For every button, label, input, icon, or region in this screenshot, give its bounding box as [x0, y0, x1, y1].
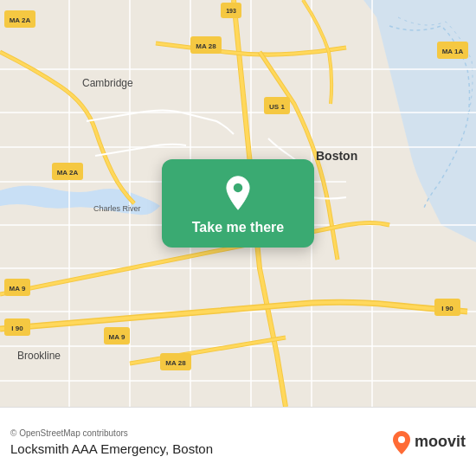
- svg-text:193: 193: [226, 8, 236, 14]
- svg-text:MA 28: MA 28: [165, 359, 186, 367]
- svg-text:I 90: I 90: [11, 325, 23, 332]
- map-container: MA 2A MA 28 US 1 MA 1A MA 2A MA 9 MA 9 I…: [0, 0, 476, 407]
- attribution-text: © OpenStreetMap contributors: [10, 428, 213, 438]
- svg-text:MA 28: MA 28: [196, 42, 216, 50]
- svg-point-39: [398, 436, 405, 443]
- cta-label: Take me there: [192, 220, 284, 235]
- charles-river-label: Charles River: [93, 204, 141, 213]
- svg-text:MA 9: MA 9: [109, 333, 125, 341]
- svg-text:US 1: US 1: [269, 103, 285, 111]
- bottom-left: © OpenStreetMap contributors Locksmith A…: [10, 428, 213, 456]
- brookline-label: Brookline: [17, 350, 61, 362]
- boston-label: Boston: [316, 149, 357, 163]
- location-name: Locksmith AAA Emergency, Boston: [10, 441, 213, 456]
- bottom-bar: © OpenStreetMap contributors Locksmith A…: [0, 407, 476, 476]
- svg-point-38: [234, 183, 243, 193]
- location-pin-icon: [220, 175, 256, 211]
- moovit-logo: moovit: [392, 430, 466, 454]
- moovit-pin-icon: [392, 430, 411, 454]
- svg-text:MA 2A: MA 2A: [57, 169, 79, 177]
- svg-text:I 90: I 90: [441, 305, 453, 312]
- moovit-text: moovit: [415, 433, 466, 451]
- svg-text:MA 1A: MA 1A: [442, 48, 464, 55]
- cambridge-label: Cambridge: [82, 77, 133, 89]
- svg-text:MA 9: MA 9: [10, 285, 26, 293]
- cta-card[interactable]: Take me there: [162, 159, 314, 248]
- svg-text:MA 2A: MA 2A: [10, 16, 31, 24]
